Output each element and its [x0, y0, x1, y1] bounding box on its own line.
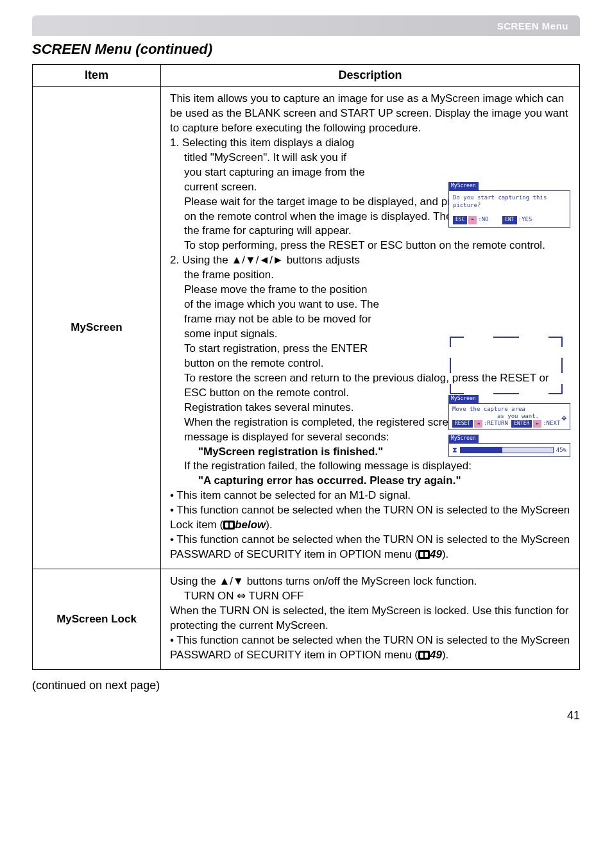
dialog2-title: MyScreen — [448, 395, 479, 403]
lock-line1: Using the ▲/▼ buttons turns on/off the M… — [170, 574, 572, 589]
col-header-item: Item — [33, 65, 161, 87]
row-myscreen: MyScreen MyScreen Do you start capturing… — [33, 87, 580, 569]
item-myscreen-lock: MyScreen Lock — [33, 569, 161, 670]
manual-icon — [223, 521, 235, 530]
step1-line2: titled "MyScreen". It will ask you if — [170, 151, 572, 165]
dialog2-return: :RETURN — [484, 420, 508, 426]
bullet-security-text: • This function cannot be selected when … — [170, 533, 570, 560]
capture-frame-graphic — [450, 337, 563, 394]
dialog-confirm-capture: MyScreen Do you start capturing this pic… — [448, 181, 570, 228]
item-myscreen: MyScreen — [33, 87, 161, 569]
step2-fail: If the registration failed, the followin… — [170, 459, 572, 474]
dialog3-percent: 45% — [556, 446, 566, 454]
step2-line4: of the image which you want to use. The — [170, 297, 572, 312]
right-arrow-icon: ► — [533, 420, 541, 428]
lock-bullet-text: • This function cannot be selected when … — [170, 634, 570, 661]
msg-error: "A capturing error has occurred. Please … — [170, 474, 572, 488]
bullet-lock: • This function cannot be selected when … — [170, 503, 572, 533]
bullet-m1d: • This item cannot be selected for an M1… — [170, 488, 572, 503]
page-number: 41 — [32, 709, 580, 722]
step1-stop: To stop performing, press the RESET or E… — [170, 238, 572, 253]
lock-toggle: TURN ON ⇔ TURN OFF — [170, 589, 572, 604]
lock-bullet-end: ). — [442, 649, 448, 661]
col-header-description: Description — [161, 65, 580, 87]
manual-icon — [418, 550, 430, 559]
bullet-security-end: ). — [442, 548, 448, 560]
dialog1-yes: :YES — [518, 216, 532, 222]
lock-ref-49: 49 — [430, 649, 442, 661]
dialog2-line2: as you want. — [452, 413, 539, 419]
dialog-progress: MyScreen ⧗ 45% — [448, 434, 570, 457]
section-title: SCREEN Menu (continued) — [32, 41, 580, 58]
progress-bar — [460, 447, 554, 453]
left-arrow-icon: ◄ — [474, 420, 482, 428]
page-header-bar: SCREEN Menu — [32, 15, 580, 36]
myscreen-intro: This item allows you to capture an image… — [170, 92, 572, 136]
step1-line1: 1. Selecting this item displays a dialog — [170, 136, 572, 151]
dialog1-title: MyScreen — [448, 182, 479, 190]
dialog2-next: :NEXT — [543, 420, 560, 426]
move-arrows-icon: ✥ — [561, 413, 566, 423]
row-myscreen-lock: MyScreen Lock Using the ▲/▼ buttons turn… — [33, 569, 580, 670]
dialog3-title: MyScreen — [448, 435, 479, 443]
continued-note: (continued on next page) — [32, 679, 580, 692]
manual-icon — [418, 651, 430, 660]
dialog1-line: Do you start capturing this picture? — [453, 194, 566, 209]
dialog1-no: :NO — [478, 216, 488, 222]
bullet-lock-end: ). — [266, 519, 272, 531]
lock-bullet: • This function cannot be selected when … — [170, 633, 572, 663]
bullet-security: • This function cannot be selected when … — [170, 533, 572, 562]
desc-myscreen: MyScreen Do you start capturing this pic… — [161, 87, 580, 569]
desc-myscreen-lock: Using the ▲/▼ buttons turns on/off the M… — [161, 569, 580, 670]
table-header-row: Item Description — [33, 65, 580, 87]
dialog1-ent: ENT — [502, 216, 516, 224]
step2-line1: 2. Using the ▲/▼/◄/► buttons adjusts — [170, 253, 572, 268]
lock-line3: When the TURN ON is selected, the item M… — [170, 604, 572, 633]
arrow-icon: ➨ — [468, 216, 477, 224]
dialog2-line1: Move the capture area — [452, 406, 525, 412]
header-title: SCREEN Menu — [497, 21, 568, 31]
dialog-move-area: MyScreen Move the capture area ✥ as you … — [448, 394, 570, 430]
step2-line3: Please move the frame to the position — [170, 283, 572, 297]
ref-49: 49 — [430, 548, 442, 560]
dialog2-reset: RESET — [452, 420, 473, 428]
dialog2-enter: ENTER — [511, 420, 532, 428]
step1-line3: you start capturing an image from the — [170, 165, 572, 180]
ref-below: below — [235, 519, 266, 531]
hourglass-icon: ⧗ — [452, 446, 457, 453]
dialog1-esc: ESC — [453, 216, 467, 224]
step2-line2: the frame position. — [170, 268, 572, 283]
step2-line5: frame may not be able to be moved for — [170, 312, 572, 327]
screen-menu-table: Item Description MyScreen MyScreen Do yo… — [32, 64, 580, 670]
